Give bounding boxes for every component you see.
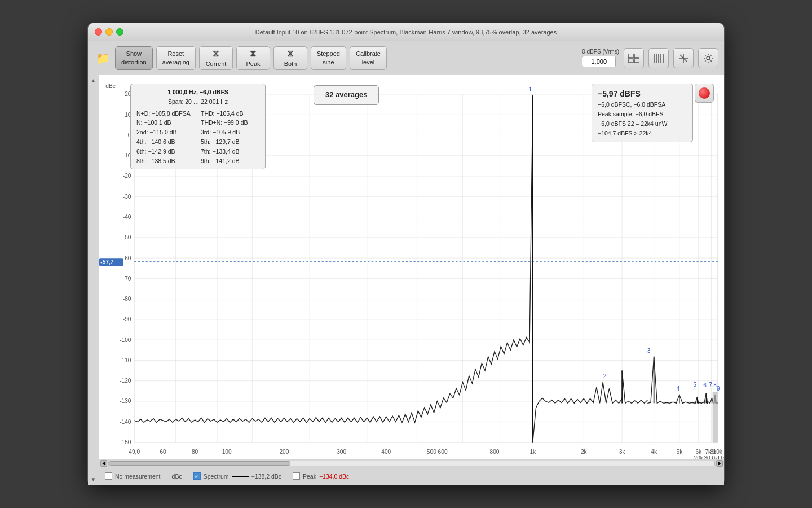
svg-text:300: 300 [337, 449, 346, 455]
svg-text:3: 3 [647, 348, 651, 354]
record-dot-icon [699, 87, 710, 99]
svg-text:6: 6 [703, 382, 707, 388]
svg-text:800: 800 [489, 449, 499, 455]
dbfs-item: dBc [172, 473, 182, 480]
nd-row: N+D: −105,8 dBFSA [136, 109, 195, 119]
averages-label: 32 averages [325, 90, 367, 99]
svg-text:7: 7 [709, 382, 712, 388]
svg-text:-60: -60 [123, 255, 131, 261]
scrollbar-thumb[interactable] [109, 461, 290, 466]
scroll-down-arrow[interactable]: ▼ [91, 476, 96, 483]
zoom-icon-button[interactable] [673, 48, 694, 68]
dbfs-unit-label: dBc [172, 473, 182, 480]
gear-icon [703, 52, 714, 64]
h8-row: 8th: −138,5 dB [136, 156, 195, 166]
svg-text:-120: -120 [120, 378, 131, 384]
main-area: ▲ ▼ [88, 75, 724, 485]
spectrum-item: ✓ Spectrum −138,2 dBc [193, 472, 281, 480]
svg-text:2k: 2k [581, 449, 588, 455]
spectrum-checkbox[interactable]: ✓ [193, 472, 201, 480]
svg-text:20k: 20k [694, 455, 704, 459]
svg-text:6k: 6k [695, 449, 702, 455]
chart-container: 20 10 0 -10 -20 -30 -40 -50 -60 -70 -80 … [99, 75, 724, 459]
minimize-button[interactable] [105, 28, 113, 36]
calibrate-level-button[interactable]: Calibrate level [350, 46, 387, 70]
svg-text:-110: -110 [120, 357, 131, 364]
peak-checkbox[interactable] [293, 472, 300, 480]
h2-row: 2nd: −115,0 dB [136, 128, 195, 137]
layout-icon-button[interactable] [624, 48, 644, 68]
main-window: Default Input 10 on 828ES 131 072-point … [87, 23, 725, 485]
current-button[interactable]: ⧖ Current [199, 46, 233, 70]
svg-text:dBc: dBc [105, 83, 116, 89]
svg-text:1k: 1k [529, 449, 536, 455]
folder-button[interactable]: 📁 [94, 49, 112, 67]
no-measurement-item: No measurement [105, 472, 161, 480]
svg-text:-80: -80 [123, 296, 131, 302]
zoom-icon [678, 52, 689, 64]
folder-icon: 📁 [96, 51, 110, 65]
averages-box: 32 averages [314, 85, 379, 105]
dbfs-group: 0 dBFS (Vrms) [582, 49, 619, 67]
spectrum-line-sample [232, 476, 249, 477]
svg-point-12 [707, 56, 710, 60]
svg-text:-57,7: -57,7 [100, 259, 113, 265]
peak-value: −134,0 dBc [319, 473, 349, 480]
bottom-bar: No measurement dBc ✓ Spectrum −138,2 dBc… [99, 467, 724, 485]
titlebar: Default Input 10 on 828ES 131 072-point … [88, 23, 724, 41]
dbfs-input[interactable] [582, 56, 616, 67]
peak-button[interactable]: ⧗ Peak [236, 46, 270, 70]
traffic-lights [95, 28, 123, 36]
scroll-right-arrow[interactable]: ▶ [716, 460, 723, 467]
maximize-button[interactable] [116, 28, 123, 36]
h9-row: 9th: −141,2 dB [201, 156, 259, 166]
thd-row: THD: −105,4 dB [201, 109, 259, 119]
thdn-row: THD+N: −99,0 dB [201, 118, 259, 128]
svg-text:-20: -20 [123, 173, 131, 179]
show-distortion-button[interactable]: Show distortion [115, 46, 153, 70]
svg-text:-50: -50 [123, 234, 131, 240]
scroll-left-arrow[interactable]: ◀ [100, 460, 107, 467]
distortion-span: Span: 20 … 22 001 Hz [136, 97, 259, 107]
svg-text:2: 2 [603, 373, 607, 379]
svg-text:400: 400 [381, 449, 391, 455]
n-row: N: −100,1 dB [136, 118, 195, 128]
layout-icon [628, 54, 639, 63]
scroll-up-arrow[interactable]: ▲ [91, 77, 96, 84]
checkmark-icon: ✓ [195, 474, 199, 479]
spectrum-label: Spectrum [204, 473, 229, 480]
chart-area: 20 10 0 -10 -20 -30 -40 -50 -60 -70 -80 … [99, 75, 724, 485]
level-box: −5,97 dBFS −6,0 dBFSC, −6,0 dBFSA Peak s… [592, 84, 693, 142]
svg-rect-79 [713, 392, 718, 443]
svg-text:49,0: 49,0 [129, 449, 140, 455]
svg-text:-90: -90 [123, 316, 131, 322]
settings-icon-button[interactable] [698, 48, 718, 68]
svg-text:3k: 3k [619, 449, 626, 455]
h7-row: 7th: −133,4 dB [201, 147, 259, 156]
peak-label: Peak [303, 473, 316, 480]
close-button[interactable] [95, 28, 102, 36]
left-panel: ▲ ▼ [88, 75, 99, 485]
distortion-freq: 1 000,0 Hz, −6,0 dBFS [136, 87, 259, 97]
svg-text:100: 100 [222, 449, 232, 455]
record-button[interactable] [695, 84, 714, 103]
svg-text:4: 4 [677, 386, 680, 392]
scrollbar-track[interactable] [108, 461, 715, 466]
svg-text:-140: -140 [120, 419, 131, 425]
horizontal-scrollbar[interactable]: ◀ ▶ [99, 459, 724, 467]
toolbar-right: 0 dBFS (Vrms) [582, 48, 718, 68]
svg-text:-30: -30 [123, 194, 131, 200]
no-measurement-checkbox[interactable] [105, 472, 112, 480]
svg-text:10k: 10k [713, 449, 723, 455]
svg-text:500 600: 500 600 [427, 449, 448, 455]
both-button[interactable]: ⧖ Both [273, 46, 307, 70]
svg-text:30,0kHz: 30,0kHz [704, 455, 724, 459]
h4-row: 4th: −140,6 dB [136, 137, 195, 147]
svg-text:-70: -70 [123, 275, 131, 282]
grid-icon-button[interactable] [648, 48, 669, 68]
svg-rect-2 [628, 59, 633, 63]
svg-text:200: 200 [279, 449, 289, 455]
toolbar: 📁 Show distortion Reset averaging ⧖ Curr… [88, 41, 724, 75]
reset-averaging-button[interactable]: Reset averaging [156, 46, 196, 70]
stepped-sine-button[interactable]: Stepped sine [311, 46, 346, 70]
